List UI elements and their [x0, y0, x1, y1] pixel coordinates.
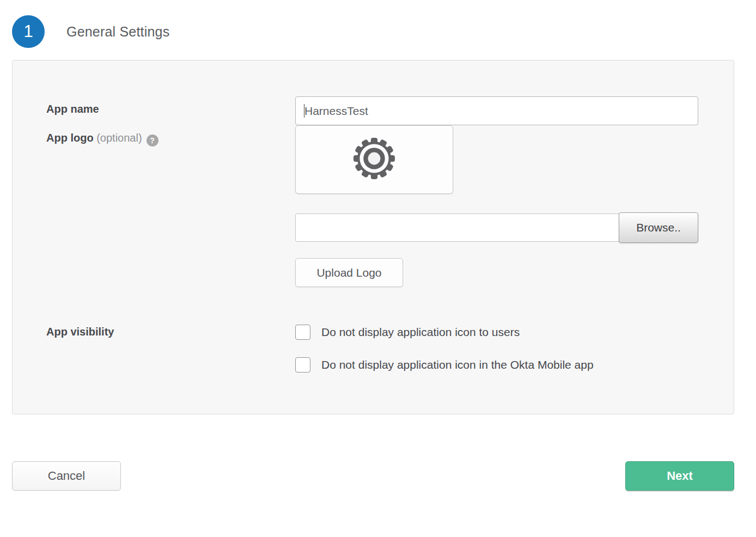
next-button[interactable]: Next — [625, 461, 734, 491]
app-name-label: App name — [46, 103, 99, 115]
app-logo-label: App logo (optional) — [46, 132, 142, 144]
hide-icon-users-checkbox[interactable] — [295, 325, 310, 340]
page-title: General Settings — [66, 24, 169, 40]
hide-icon-mobile-label: Do not display application icon in the O… — [321, 358, 594, 371]
logo-file-path-input[interactable] — [295, 213, 619, 242]
help-icon[interactable]: ? — [147, 135, 158, 147]
hide-icon-mobile-checkbox[interactable] — [295, 357, 310, 373]
step-number: 1 — [23, 22, 33, 41]
step-header: 1 General Settings — [12, 0, 734, 48]
visibility-option-users: Do not display application icon to users — [295, 325, 698, 340]
app-logo-row: App logo (optional)? — [46, 125, 698, 287]
wizard-footer: Cancel Next — [12, 461, 734, 491]
step-number-badge: 1 — [12, 15, 45, 48]
hide-icon-users-label: Do not display application icon to users — [321, 326, 520, 339]
general-settings-panel: App name App logo (optional)? — [12, 60, 734, 414]
browse-button[interactable]: Browse.. — [619, 212, 698, 243]
gear-icon — [353, 138, 395, 181]
app-name-input[interactable] — [295, 96, 698, 125]
app-name-row: App name — [46, 96, 698, 125]
general-settings-wizard-step: 1 General Settings App name — [0, 0, 756, 537]
app-visibility-row: App visibility Do not display applicatio… — [46, 325, 698, 373]
cancel-button[interactable]: Cancel — [12, 461, 121, 491]
logo-file-chooser: Browse.. — [295, 213, 698, 243]
text-cursor — [304, 104, 304, 118]
app-visibility-label: App visibility — [46, 326, 114, 338]
upload-logo-button[interactable]: Upload Logo — [295, 258, 403, 287]
logo-preview-box — [295, 125, 453, 194]
optional-note: (optional) — [96, 132, 142, 144]
visibility-option-mobile: Do not display application icon in the O… — [295, 357, 698, 373]
